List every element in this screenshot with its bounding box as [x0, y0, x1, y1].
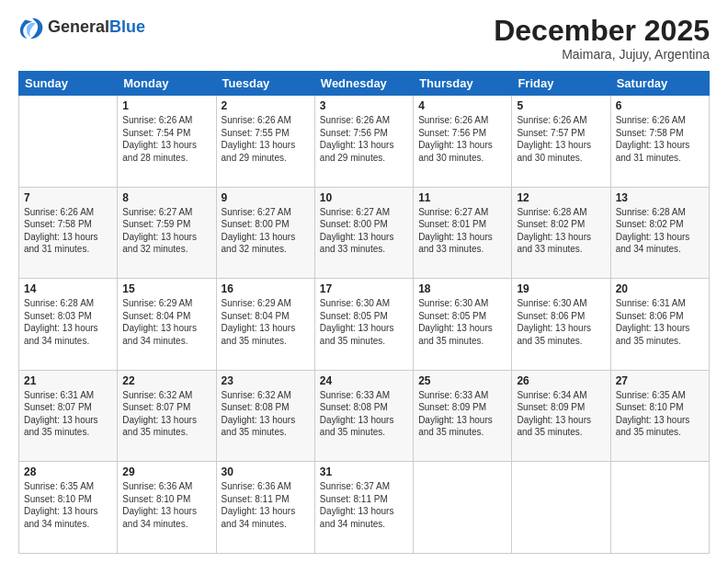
- day-number: 23: [222, 374, 310, 387]
- day-info: Sunrise: 6:36 AM Sunset: 8:10 PM Dayligh…: [122, 480, 210, 530]
- day-number: 31: [320, 465, 408, 478]
- col-header-thursday: Thursday: [414, 72, 512, 96]
- calendar-cell: 19Sunrise: 6:30 AM Sunset: 8:06 PM Dayli…: [512, 279, 610, 371]
- calendar-cell: [414, 462, 512, 554]
- day-info: Sunrise: 6:36 AM Sunset: 8:11 PM Dayligh…: [222, 480, 310, 530]
- day-info: Sunrise: 6:26 AM Sunset: 7:56 PM Dayligh…: [320, 114, 408, 164]
- day-info: Sunrise: 6:26 AM Sunset: 7:56 PM Dayligh…: [418, 114, 506, 164]
- page: GeneralBlue December 2025 Maimara, Jujuy…: [0, 0, 728, 563]
- calendar-cell: 26Sunrise: 6:34 AM Sunset: 8:09 PM Dayli…: [512, 370, 610, 462]
- calendar-cell: 5Sunrise: 6:26 AM Sunset: 7:57 PM Daylig…: [512, 96, 610, 188]
- calendar-cell: 18Sunrise: 6:30 AM Sunset: 8:05 PM Dayli…: [414, 279, 512, 371]
- calendar-cell: 3Sunrise: 6:26 AM Sunset: 7:56 PM Daylig…: [314, 96, 413, 188]
- calendar-cell: 1Sunrise: 6:26 AM Sunset: 7:54 PM Daylig…: [118, 96, 216, 188]
- day-number: 8: [122, 191, 210, 204]
- day-number: 17: [320, 282, 408, 295]
- calendar-table: SundayMondayTuesdayWednesdayThursdayFrid…: [18, 71, 710, 554]
- day-number: 1: [122, 99, 210, 112]
- calendar-cell: 10Sunrise: 6:27 AM Sunset: 8:00 PM Dayli…: [314, 187, 413, 279]
- calendar-cell: 11Sunrise: 6:27 AM Sunset: 8:01 PM Dayli…: [414, 187, 512, 279]
- day-info: Sunrise: 6:26 AM Sunset: 7:55 PM Dayligh…: [222, 114, 310, 164]
- day-info: Sunrise: 6:29 AM Sunset: 8:04 PM Dayligh…: [222, 297, 310, 347]
- title-block: December 2025 Maimara, Jujuy, Argentina: [494, 15, 710, 62]
- calendar-week-row: 14Sunrise: 6:28 AM Sunset: 8:03 PM Dayli…: [19, 279, 710, 371]
- day-info: Sunrise: 6:32 AM Sunset: 8:08 PM Dayligh…: [222, 389, 310, 439]
- calendar-week-row: 28Sunrise: 6:35 AM Sunset: 8:10 PM Dayli…: [19, 462, 710, 554]
- day-number: 2: [222, 99, 310, 112]
- calendar-cell: 16Sunrise: 6:29 AM Sunset: 8:04 PM Dayli…: [216, 279, 314, 371]
- calendar-cell: 27Sunrise: 6:35 AM Sunset: 8:10 PM Dayli…: [610, 370, 709, 462]
- day-number: 24: [320, 374, 408, 387]
- day-number: 11: [418, 191, 506, 204]
- day-number: 5: [517, 99, 605, 112]
- calendar-cell: 30Sunrise: 6:36 AM Sunset: 8:11 PM Dayli…: [216, 462, 314, 554]
- calendar-cell: 7Sunrise: 6:26 AM Sunset: 7:58 PM Daylig…: [19, 187, 118, 279]
- day-info: Sunrise: 6:30 AM Sunset: 8:05 PM Dayligh…: [320, 297, 408, 347]
- calendar-cell: 28Sunrise: 6:35 AM Sunset: 8:10 PM Dayli…: [19, 462, 118, 554]
- col-header-tuesday: Tuesday: [216, 72, 314, 96]
- calendar-cell: 25Sunrise: 6:33 AM Sunset: 8:09 PM Dayli…: [414, 370, 512, 462]
- day-info: Sunrise: 6:30 AM Sunset: 8:06 PM Dayligh…: [517, 297, 605, 347]
- day-info: Sunrise: 6:34 AM Sunset: 8:09 PM Dayligh…: [517, 389, 605, 439]
- col-header-friday: Friday: [512, 72, 610, 96]
- calendar-cell: 20Sunrise: 6:31 AM Sunset: 8:06 PM Dayli…: [610, 279, 709, 371]
- location: Maimara, Jujuy, Argentina: [494, 47, 710, 62]
- day-info: Sunrise: 6:28 AM Sunset: 8:03 PM Dayligh…: [24, 297, 112, 347]
- day-info: Sunrise: 6:35 AM Sunset: 8:10 PM Dayligh…: [616, 389, 704, 439]
- logo-icon: [18, 15, 44, 40]
- day-info: Sunrise: 6:26 AM Sunset: 7:58 PM Dayligh…: [616, 114, 704, 164]
- calendar-cell: 2Sunrise: 6:26 AM Sunset: 7:55 PM Daylig…: [216, 96, 314, 188]
- day-info: Sunrise: 6:27 AM Sunset: 7:59 PM Dayligh…: [122, 206, 210, 256]
- calendar-cell: 21Sunrise: 6:31 AM Sunset: 8:07 PM Dayli…: [19, 370, 118, 462]
- day-info: Sunrise: 6:30 AM Sunset: 8:05 PM Dayligh…: [418, 297, 506, 347]
- logo: GeneralBlue: [18, 15, 145, 40]
- logo-text: GeneralBlue: [48, 18, 145, 37]
- day-number: 10: [320, 191, 408, 204]
- calendar-week-row: 1Sunrise: 6:26 AM Sunset: 7:54 PM Daylig…: [19, 96, 710, 188]
- day-number: 6: [616, 99, 704, 112]
- day-info: Sunrise: 6:35 AM Sunset: 8:10 PM Dayligh…: [24, 480, 112, 530]
- day-number: 9: [222, 191, 310, 204]
- day-info: Sunrise: 6:28 AM Sunset: 8:02 PM Dayligh…: [517, 206, 605, 256]
- day-number: 21: [24, 374, 112, 387]
- day-info: Sunrise: 6:26 AM Sunset: 7:58 PM Dayligh…: [24, 206, 112, 256]
- day-info: Sunrise: 6:31 AM Sunset: 8:06 PM Dayligh…: [616, 297, 704, 347]
- calendar-cell: 8Sunrise: 6:27 AM Sunset: 7:59 PM Daylig…: [118, 187, 216, 279]
- day-number: 16: [222, 282, 310, 295]
- day-info: Sunrise: 6:28 AM Sunset: 8:02 PM Dayligh…: [616, 206, 704, 256]
- day-info: Sunrise: 6:33 AM Sunset: 8:08 PM Dayligh…: [320, 389, 408, 439]
- day-number: 27: [616, 374, 704, 387]
- day-number: 30: [222, 465, 310, 478]
- calendar-week-row: 21Sunrise: 6:31 AM Sunset: 8:07 PM Dayli…: [19, 370, 710, 462]
- calendar-cell: 9Sunrise: 6:27 AM Sunset: 8:00 PM Daylig…: [216, 187, 314, 279]
- calendar-header-row: SundayMondayTuesdayWednesdayThursdayFrid…: [19, 72, 710, 96]
- calendar-cell: 29Sunrise: 6:36 AM Sunset: 8:10 PM Dayli…: [118, 462, 216, 554]
- day-info: Sunrise: 6:27 AM Sunset: 8:00 PM Dayligh…: [222, 206, 310, 256]
- calendar-cell: 15Sunrise: 6:29 AM Sunset: 8:04 PM Dayli…: [118, 279, 216, 371]
- day-number: 14: [24, 282, 112, 295]
- calendar-cell: 4Sunrise: 6:26 AM Sunset: 7:56 PM Daylig…: [414, 96, 512, 188]
- day-number: 15: [122, 282, 210, 295]
- calendar-week-row: 7Sunrise: 6:26 AM Sunset: 7:58 PM Daylig…: [19, 187, 710, 279]
- day-number: 20: [616, 282, 704, 295]
- day-number: 25: [418, 374, 506, 387]
- header: GeneralBlue December 2025 Maimara, Jujuy…: [18, 15, 710, 62]
- day-number: 12: [517, 191, 605, 204]
- day-info: Sunrise: 6:26 AM Sunset: 7:57 PM Dayligh…: [517, 114, 605, 164]
- calendar-cell: 22Sunrise: 6:32 AM Sunset: 8:07 PM Dayli…: [118, 370, 216, 462]
- day-info: Sunrise: 6:32 AM Sunset: 8:07 PM Dayligh…: [122, 389, 210, 439]
- calendar-cell: 23Sunrise: 6:32 AM Sunset: 8:08 PM Dayli…: [216, 370, 314, 462]
- col-header-saturday: Saturday: [610, 72, 709, 96]
- col-header-wednesday: Wednesday: [314, 72, 413, 96]
- calendar-cell: [19, 96, 118, 188]
- calendar-cell: 31Sunrise: 6:37 AM Sunset: 8:11 PM Dayli…: [314, 462, 413, 554]
- day-info: Sunrise: 6:27 AM Sunset: 8:01 PM Dayligh…: [418, 206, 506, 256]
- day-number: 26: [517, 374, 605, 387]
- calendar-cell: [610, 462, 709, 554]
- day-info: Sunrise: 6:29 AM Sunset: 8:04 PM Dayligh…: [122, 297, 210, 347]
- day-number: 19: [517, 282, 605, 295]
- day-number: 13: [616, 191, 704, 204]
- day-number: 29: [122, 465, 210, 478]
- day-number: 4: [418, 99, 506, 112]
- day-number: 22: [122, 374, 210, 387]
